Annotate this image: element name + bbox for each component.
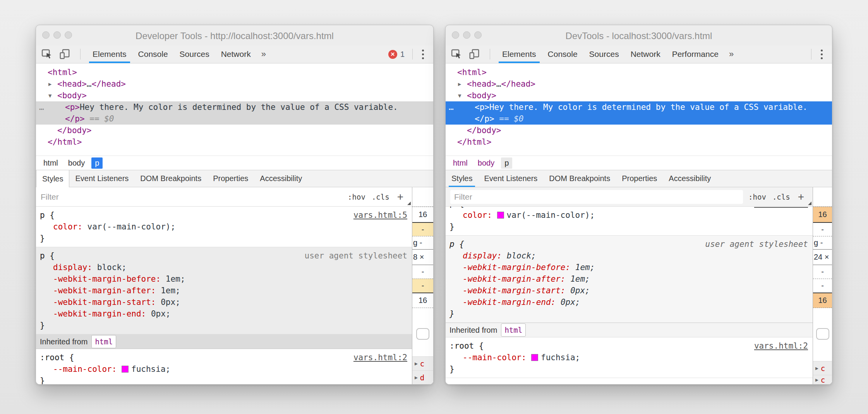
tab-network[interactable]: Network [625,45,666,63]
dom-node-head[interactable]: ▶<head>…</head> [446,78,832,90]
tab-event-listeners[interactable]: Event Listeners [69,170,134,187]
color-swatch[interactable] [122,366,129,373]
source-link[interactable]: vars.html:2 [353,353,407,362]
css-property-name[interactable]: color: [53,222,82,231]
tab-console[interactable]: Console [542,45,583,63]
css-property-value[interactable]: 1em; [570,274,590,284]
css-property-name[interactable]: --main-color: [463,353,526,362]
rule-selector[interactable]: p { [449,207,464,209]
styles-filter-input[interactable]: Filter [41,192,348,202]
rule-selector[interactable]: p { [449,238,464,250]
collapse-arrow-icon[interactable]: ▼ [48,90,56,101]
css-property-value[interactable]: var(--main-color); [507,210,595,220]
css-property-value[interactable]: block; [97,263,127,272]
tab-sources[interactable]: Sources [583,45,625,63]
dom-node-head[interactable]: ▶<head>…</head> [36,78,433,90]
dom-node-p-selected[interactable]: … <p>Hey there. My color is determined b… [446,101,832,125]
expand-arrow-icon[interactable]: ▶ [48,78,56,90]
more-tabs-chevron-icon[interactable]: » [257,45,271,63]
new-style-rule-button[interactable]: + [798,191,804,203]
dom-node-html-close[interactable]: </html> [36,136,433,148]
color-swatch[interactable] [497,212,504,219]
tab-console[interactable]: Console [132,45,174,63]
inherited-from-tag-chip[interactable]: html [501,323,526,337]
tab-accessibility[interactable]: Accessibility [663,170,717,187]
breadcrumb-body[interactable]: body [474,157,498,169]
computed-property-row[interactable]: ▶c [813,375,832,384]
show-all-checkbox[interactable] [816,328,829,340]
dom-node-html-open[interactable]: <html> [446,67,832,78]
css-property-value[interactable]: fuchsia; [541,353,580,362]
device-toolbar-icon[interactable] [58,48,71,60]
computed-property-row[interactable]: ▶d [412,370,433,384]
more-tabs-chevron-icon[interactable]: » [724,45,738,63]
titlebar[interactable]: DevTools - localhost:3000/vars.html [446,25,832,45]
css-property-name[interactable]: -webkit-margin-before: [463,263,570,272]
toggle-class-button[interactable]: .cls [772,193,790,201]
tab-styles[interactable]: Styles [36,170,69,187]
devtools-menu-icon[interactable] [815,50,828,59]
css-property-value[interactable]: 0px; [151,309,171,318]
css-property-value[interactable]: 0px; [161,298,180,307]
expand-arrow-icon[interactable]: ▶ [815,377,818,383]
css-property-value[interactable]: var(--main-color); [87,222,176,231]
tab-performance[interactable]: Performance [666,45,724,63]
dom-node-p-selected[interactable]: … <p>Hey there. My color is determined b… [36,101,433,125]
inspect-element-icon[interactable] [450,48,463,60]
source-link[interactable]: vars.html:5 [754,207,808,208]
css-property-name[interactable]: color: [463,210,492,220]
tab-styles[interactable]: Styles [446,170,478,187]
css-property-name[interactable]: -webkit-margin-start: [53,298,156,307]
css-property-value[interactable]: 1em; [161,286,180,295]
toggle-class-button[interactable]: .cls [372,193,389,201]
tab-event-listeners[interactable]: Event Listeners [478,170,543,187]
css-property-name[interactable]: -webkit-margin-before: [53,274,161,284]
device-toolbar-icon[interactable] [468,48,480,60]
color-swatch[interactable] [531,354,538,361]
toggle-hover-state-button[interactable]: :hov [748,193,766,201]
rule-selector[interactable]: p { [40,209,55,221]
titlebar[interactable]: Developer Tools - http://localhost:3000/… [36,25,433,45]
expand-arrow-icon[interactable]: ▶ [415,361,418,366]
tab-properties[interactable]: Properties [616,170,663,187]
expand-arrow-icon[interactable]: ▶ [815,365,818,371]
breadcrumb-p[interactable]: p [91,157,103,169]
source-link[interactable]: vars.html:5 [353,210,407,220]
css-property-name[interactable]: -webkit-margin-end: [53,309,146,318]
computed-property-row[interactable]: ▶c [412,356,433,370]
css-property-name[interactable]: -webkit-margin-after: [463,274,566,284]
inspect-element-icon[interactable] [41,48,53,60]
tab-properties[interactable]: Properties [207,170,254,187]
error-count-badge[interactable]: ✕ 1 [384,50,408,59]
css-property-name[interactable]: display: [463,251,502,260]
toggle-hover-state-button[interactable]: :hov [348,193,365,201]
breadcrumb-p[interactable]: p [501,157,512,169]
tab-elements[interactable]: Elements [87,45,132,63]
expand-arrow-icon[interactable]: ▶ [458,78,466,90]
rule-selector[interactable]: :root { [40,352,74,363]
computed-property-row[interactable]: ▶c [813,361,832,375]
css-property-value[interactable]: fuchsia; [131,364,170,374]
breadcrumb-html[interactable]: html [40,157,62,169]
tab-dom-breakpoints[interactable]: DOM Breakpoints [543,170,616,187]
expand-arrow-icon[interactable]: ▶ [415,375,418,380]
css-property-name[interactable]: -webkit-margin-end: [463,298,556,307]
dom-node-body-open[interactable]: ▼<body> [36,90,433,101]
styles-filter-input[interactable]: Filter [450,190,743,204]
tab-dom-breakpoints[interactable]: DOM Breakpoints [134,170,207,187]
tab-sources[interactable]: Sources [174,45,215,63]
new-style-rule-button[interactable]: + [397,191,403,203]
source-link[interactable]: vars.html:2 [754,341,808,351]
rule-selector[interactable]: :root { [449,340,484,352]
css-property-value[interactable]: 0px; [561,298,580,307]
dom-node-html-open[interactable]: <html> [36,67,433,78]
css-property-name[interactable]: display: [53,263,92,272]
dom-node-html-close[interactable]: </html> [446,136,832,148]
tab-accessibility[interactable]: Accessibility [254,170,308,187]
breadcrumb-body[interactable]: body [65,157,88,169]
resize-grip-icon[interactable] [407,202,411,205]
dom-node-body-close[interactable]: </body> [36,125,433,136]
css-property-name[interactable]: -webkit-margin-after: [53,286,156,295]
rule-selector[interactable]: p { [40,250,55,262]
breadcrumb-html[interactable]: html [449,157,471,169]
